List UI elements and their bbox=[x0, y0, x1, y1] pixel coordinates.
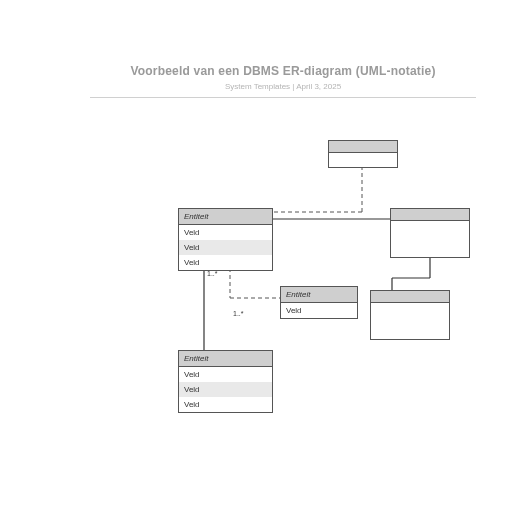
entity-right-lower bbox=[370, 290, 450, 340]
cardinality-left-bottom: 1..* bbox=[207, 270, 218, 277]
entity-center: Entiteit Veld bbox=[280, 286, 358, 319]
entity-bottom-field-1: Veld bbox=[179, 382, 272, 397]
entity-center-header: Entiteit bbox=[281, 287, 357, 303]
entity-right-body bbox=[391, 221, 469, 257]
entity-bottom-header: Entiteit bbox=[179, 351, 272, 367]
entity-bottom: Entiteit Veld Veld Veld bbox=[178, 350, 273, 413]
entity-left-header: Entiteit bbox=[179, 209, 272, 225]
entity-left: Entiteit Veld Veld Veld bbox=[178, 208, 273, 271]
entity-bottom-field-2: Veld bbox=[179, 397, 272, 412]
entity-bottom-field-0: Veld bbox=[179, 367, 272, 382]
entity-top-body bbox=[329, 153, 397, 167]
entity-left-field-2: Veld bbox=[179, 255, 272, 270]
entity-top-header bbox=[329, 141, 397, 153]
entity-left-field-1: Veld bbox=[179, 240, 272, 255]
entity-left-field-0: Veld bbox=[179, 225, 272, 240]
entity-center-field-0: Veld bbox=[281, 303, 357, 318]
entity-right-header bbox=[391, 209, 469, 221]
entity-right-lower-body bbox=[371, 303, 449, 339]
entity-top bbox=[328, 140, 398, 168]
entity-right bbox=[390, 208, 470, 258]
cardinality-left-center: 1..* bbox=[233, 310, 244, 317]
diagram-canvas: Entiteit Veld Veld Veld Entiteit Veld En… bbox=[0, 0, 516, 516]
entity-right-lower-header bbox=[371, 291, 449, 303]
